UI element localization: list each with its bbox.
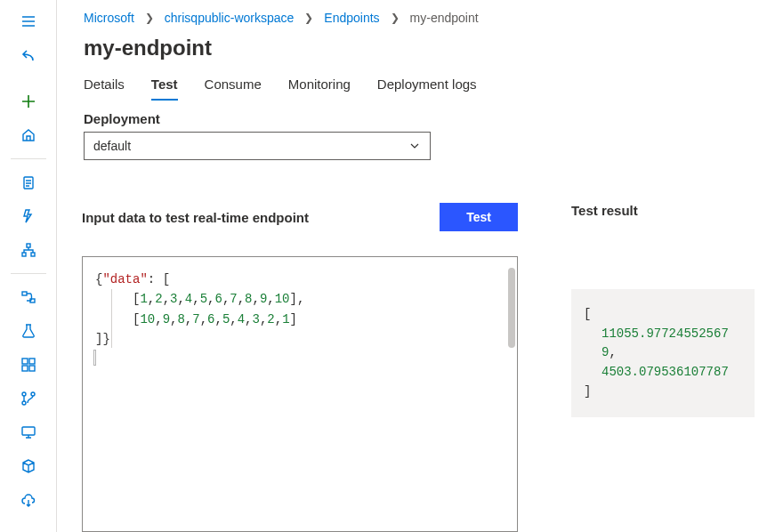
result-section-title: Test result bbox=[571, 203, 755, 218]
svg-rect-6 bbox=[22, 359, 28, 364]
result-column: Test result [ 11055.977245525679, 4503.0… bbox=[571, 203, 755, 532]
test-button[interactable]: Test bbox=[440, 203, 518, 231]
breadcrumb: Microsoft ❯ chrisqpublic-workspace ❯ End… bbox=[57, 0, 767, 28]
svg-rect-4 bbox=[22, 292, 27, 295]
svg-point-12 bbox=[22, 401, 26, 405]
clipboard-icon[interactable] bbox=[11, 166, 46, 198]
tab-deployment-logs[interactable]: Deployment logs bbox=[377, 77, 477, 101]
breadcrumb-link[interactable]: Microsoft bbox=[84, 11, 134, 25]
breadcrumb-current: my-endpoint bbox=[410, 11, 479, 25]
add-icon[interactable] bbox=[11, 85, 46, 117]
deployment-label: Deployment bbox=[84, 111, 740, 126]
hierarchy-icon[interactable] bbox=[11, 234, 46, 266]
tab-test[interactable]: Test bbox=[151, 77, 178, 101]
nav-menu-icon[interactable] bbox=[11, 5, 46, 37]
chevron-right-icon: ❯ bbox=[391, 12, 400, 24]
workflow-icon[interactable] bbox=[11, 281, 46, 313]
left-sidebar bbox=[0, 0, 57, 532]
svg-rect-9 bbox=[29, 366, 35, 371]
beaker-icon[interactable] bbox=[11, 315, 46, 347]
svg-point-10 bbox=[22, 392, 26, 396]
sidebar-separator bbox=[11, 273, 46, 274]
cube-icon[interactable] bbox=[11, 450, 46, 482]
deployment-selected-value: default bbox=[93, 139, 131, 153]
deployment-select[interactable]: default bbox=[84, 132, 431, 160]
chevron-right-icon: ❯ bbox=[145, 12, 154, 24]
activity-icon[interactable] bbox=[11, 200, 46, 232]
dashboard-icon[interactable] bbox=[11, 349, 46, 381]
breadcrumb-link[interactable]: Endpoints bbox=[324, 11, 379, 25]
back-icon[interactable] bbox=[11, 39, 46, 71]
tab-row: Details Test Consume Monitoring Deployme… bbox=[57, 64, 767, 101]
chevron-right-icon: ❯ bbox=[304, 12, 313, 24]
result-output: [ 11055.977245525679, 4503.079536107787 … bbox=[571, 289, 755, 417]
json-editor[interactable]: {"data": [[1,2,3,4,5,6,7,8,9,10],[10,9,8… bbox=[82, 256, 518, 532]
svg-point-11 bbox=[31, 392, 35, 396]
tab-monitoring[interactable]: Monitoring bbox=[288, 77, 351, 101]
monitor-icon[interactable] bbox=[11, 416, 46, 448]
home-icon[interactable] bbox=[11, 119, 46, 151]
svg-rect-13 bbox=[22, 427, 35, 435]
breadcrumb-link[interactable]: chrisqpublic-workspace bbox=[165, 11, 295, 25]
tab-consume[interactable]: Consume bbox=[205, 77, 262, 101]
chevron-down-icon bbox=[408, 140, 421, 152]
test-content: Input data to test real-time endpoint Te… bbox=[57, 160, 767, 532]
page-title: my-endpoint bbox=[57, 28, 767, 64]
main-content: Microsoft ❯ chrisqpublic-workspace ❯ End… bbox=[57, 0, 767, 532]
deployment-section: Deployment default bbox=[57, 101, 767, 160]
svg-rect-1 bbox=[27, 244, 30, 247]
svg-rect-8 bbox=[22, 366, 28, 371]
sidebar-separator bbox=[11, 158, 46, 159]
input-column: Input data to test real-time endpoint Te… bbox=[82, 203, 518, 532]
branch-icon[interactable] bbox=[11, 383, 46, 415]
input-section-title: Input data to test real-time endpoint bbox=[82, 210, 309, 225]
cloud-icon[interactable] bbox=[11, 484, 46, 516]
svg-rect-3 bbox=[31, 253, 35, 256]
tab-details[interactable]: Details bbox=[84, 77, 125, 101]
scrollbar[interactable] bbox=[508, 268, 515, 348]
svg-rect-7 bbox=[29, 359, 35, 364]
svg-rect-2 bbox=[22, 253, 26, 256]
